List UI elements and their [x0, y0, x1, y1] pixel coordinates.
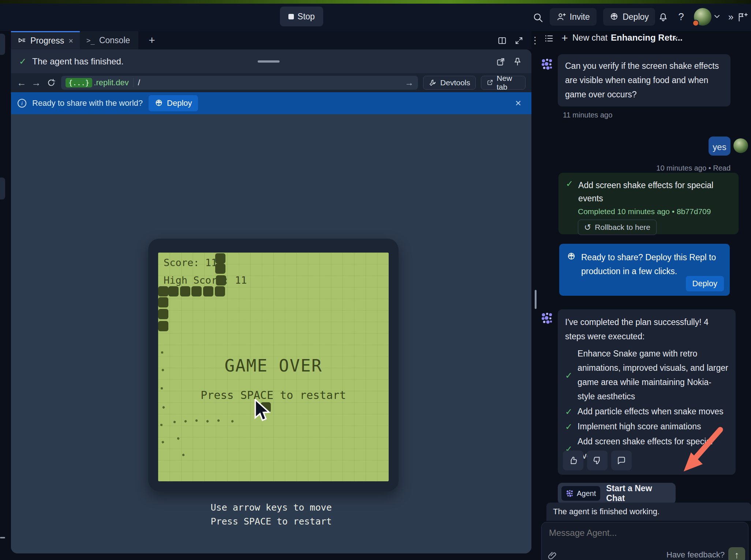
search-button[interactable] — [531, 11, 545, 24]
snake-segment — [216, 275, 226, 285]
split-view-icon — [497, 36, 507, 45]
game-over-subtitle: Press SPACE to restart — [158, 389, 389, 402]
thumbs-down-button[interactable] — [587, 451, 608, 470]
thumbs-up-button[interactable] — [563, 451, 583, 470]
tab-console[interactable]: >_ Console — [80, 31, 138, 49]
expand-pane-button[interactable] — [513, 35, 525, 46]
check-icon: ✓ — [19, 56, 26, 67]
deploy-button[interactable]: Deploy — [603, 8, 655, 26]
notifications-button[interactable] — [657, 11, 669, 23]
step-check-icon: ✓ — [565, 404, 572, 419]
mouse-cursor — [254, 399, 272, 425]
rollback-button[interactable]: ↺ Rollback to here — [578, 220, 657, 235]
chevron-down-icon — [671, 34, 679, 42]
have-feedback-link[interactable]: Have feedback? — [666, 550, 725, 560]
forward-button[interactable]: → — [31, 77, 41, 89]
particle — [206, 420, 209, 423]
snake-segment — [158, 321, 168, 331]
invite-button[interactable]: Invite — [550, 8, 597, 26]
user-reply-meta: 10 minutes ago • Read — [631, 164, 731, 172]
particle — [160, 424, 163, 426]
send-message-button[interactable]: ↑ — [728, 547, 745, 560]
snake-segment — [158, 309, 168, 319]
split-view-button[interactable] — [496, 35, 508, 46]
search-icon — [533, 12, 543, 23]
panel-resize-handle[interactable] — [535, 290, 537, 309]
particle — [177, 437, 180, 440]
terminal-icon: >_ — [86, 36, 95, 44]
pin-icon — [513, 57, 522, 67]
back-button[interactable]: ← — [17, 77, 26, 89]
url-bar[interactable]: {...} .replit.dev / → — [61, 76, 418, 90]
new-chat-plus-icon[interactable]: + — [559, 31, 570, 45]
go-to-url-icon[interactable]: → — [405, 78, 414, 88]
flag-plus-icon — [737, 12, 748, 22]
top-bar: Stop Invite Deploy ? » — [0, 4, 751, 31]
tab-progress[interactable]: Progress × — [11, 31, 80, 49]
left-edge-drag-handle[interactable] — [0, 537, 5, 538]
refresh-button[interactable] — [46, 78, 56, 87]
person-plus-icon — [557, 12, 566, 22]
new-chat-button[interactable]: New chat — [572, 33, 608, 43]
comment-icon — [617, 456, 626, 465]
agent-finished-banner: The agent is finished working. — [546, 503, 751, 521]
snake-game-screen[interactable]: Score: 11 High Score: 11 GAME OVER Press… — [158, 253, 389, 481]
browser-toolbar: ← → {...} .replit.dev / → Devtools New t… — [11, 73, 531, 92]
step-text: Add particle effects when snake moves — [578, 404, 728, 419]
chat-history-button[interactable] — [543, 33, 555, 44]
rollback-label: Rollback to here — [595, 223, 650, 232]
agent-avatar — [541, 57, 554, 71]
devtools-label: Devtools — [440, 78, 470, 87]
step-check-icon: ✓ — [565, 368, 572, 382]
snake-segment — [168, 286, 179, 296]
deploy-card-button[interactable]: Deploy — [686, 276, 724, 291]
tab-progress-label: Progress — [30, 36, 64, 46]
step-text: Enhance Snake game with retro animations… — [578, 347, 728, 404]
task-card: ✓ Add screen shake effects for special e… — [558, 173, 739, 234]
banner-deploy-button[interactable]: Deploy — [149, 95, 198, 111]
comment-button[interactable] — [611, 451, 632, 470]
open-in-window-button[interactable] — [495, 56, 507, 68]
summary-step: ✓ Enhance Snake game with retro animatio… — [565, 347, 728, 404]
task-check-icon: ✓ — [566, 179, 573, 205]
user-reply-bubble: yes — [709, 137, 731, 156]
banner-deploy-label: Deploy — [167, 98, 192, 108]
collapse-panel-button[interactable]: » — [726, 10, 736, 24]
new-tab-plus-button[interactable]: + — [146, 34, 158, 46]
stop-icon — [288, 14, 294, 19]
feedback-flag-button[interactable] — [736, 11, 749, 23]
particle — [231, 420, 234, 423]
new-tab-label: New tab — [497, 74, 520, 92]
new-tab-button[interactable]: New tab — [481, 76, 526, 90]
banner-close-icon[interactable]: × — [515, 97, 525, 109]
particle — [161, 351, 163, 354]
chat-title-chevron[interactable] — [670, 33, 680, 43]
attach-file-button[interactable] — [548, 551, 557, 560]
bell-icon — [658, 12, 668, 22]
agent-avatar — [541, 311, 554, 325]
stop-button[interactable]: Stop — [280, 7, 323, 26]
deploy-card-button-label: Deploy — [692, 279, 717, 288]
banner-text: Ready to share with the world? — [32, 98, 143, 108]
dock-item[interactable] — [0, 34, 5, 55]
instructions-line-2: Press SPACE to restart — [11, 516, 531, 527]
tab-close-icon[interactable]: × — [68, 36, 73, 46]
account-menu-chevron[interactable] — [712, 12, 722, 21]
message-agent-input[interactable] — [548, 527, 741, 538]
list-icon — [544, 33, 554, 44]
summary-step: ✓ Add particle effects when snake moves — [565, 404, 728, 419]
pin-pane-button[interactable] — [512, 56, 523, 68]
summary-intro: I've completed the plan successfully! 4 … — [565, 315, 726, 344]
tab-console-label: Console — [99, 36, 130, 45]
help-button[interactable]: ? — [676, 10, 687, 24]
dock-item[interactable] — [0, 178, 5, 199]
url-masked-badge: {...} — [66, 78, 92, 87]
start-new-chat-button[interactable]: Agent Start a New Chat — [558, 483, 676, 504]
pane-drag-handle[interactable] — [258, 60, 280, 63]
thumbs-up-icon — [568, 456, 578, 465]
particle — [182, 453, 185, 456]
user-avatar[interactable] — [694, 8, 711, 26]
devtools-button[interactable]: Devtools — [423, 76, 476, 90]
url-path: / — [133, 78, 140, 87]
task-title: Add screen shake effects for special eve… — [578, 179, 725, 205]
